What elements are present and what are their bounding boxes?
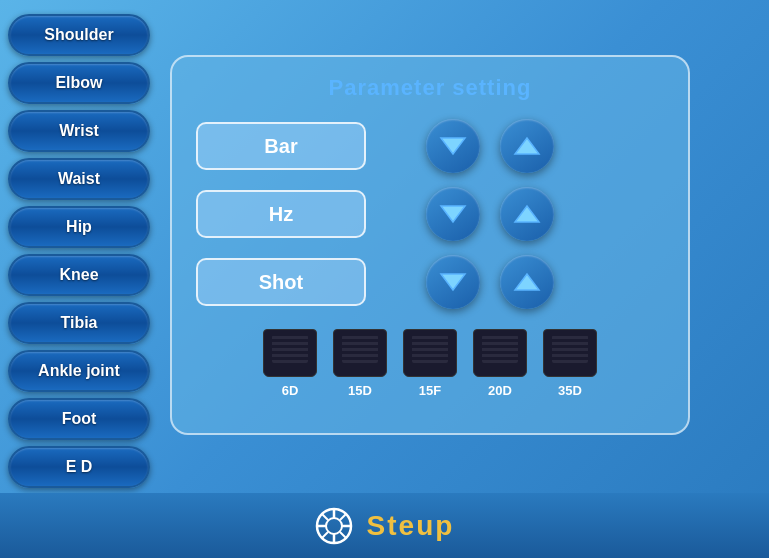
- param-row-shot: Shot: [196, 255, 664, 309]
- param-row-hz: Hz: [196, 187, 664, 241]
- sidebar-btn-wrist[interactable]: Wrist: [8, 110, 150, 152]
- applicator-6d[interactable]: 6D: [263, 329, 317, 398]
- bar-decrease-button[interactable]: [426, 119, 480, 173]
- sidebar-btn-foot[interactable]: Foot: [8, 398, 150, 440]
- sidebar-btn-ed[interactable]: E D: [8, 446, 150, 488]
- svg-line-12: [321, 513, 328, 520]
- applicator-label-15d: 15D: [348, 383, 372, 398]
- bar-increase-button[interactable]: [500, 119, 554, 173]
- param-row-bar: Bar: [196, 119, 664, 173]
- hz-increase-button[interactable]: [500, 187, 554, 241]
- steup-label: Steup: [367, 510, 455, 542]
- svg-line-15: [321, 532, 328, 539]
- triangle-down-icon: [439, 200, 467, 228]
- bottom-bar: Steup: [0, 493, 769, 558]
- shot-controls: [426, 255, 554, 309]
- svg-marker-1: [515, 138, 539, 154]
- applicator-icon-35d: [543, 329, 597, 377]
- sidebar-btn-shoulder[interactable]: Shoulder: [8, 14, 150, 56]
- applicator-label-6d: 6D: [282, 383, 299, 398]
- applicator-icon-15d: [333, 329, 387, 377]
- sidebar-btn-elbow[interactable]: Elbow: [8, 62, 150, 104]
- applicator-35d[interactable]: 35D: [543, 329, 597, 398]
- svg-line-13: [340, 532, 347, 539]
- hz-input[interactable]: Hz: [196, 190, 366, 238]
- svg-marker-5: [515, 274, 539, 290]
- applicators: 6D 15D 15F 20D 35D: [196, 329, 664, 398]
- triangle-up-icon: [513, 200, 541, 228]
- hz-decrease-button[interactable]: [426, 187, 480, 241]
- triangle-down-icon: [439, 268, 467, 296]
- applicator-icon-6d: [263, 329, 317, 377]
- shot-decrease-button[interactable]: [426, 255, 480, 309]
- triangle-down-icon: [439, 132, 467, 160]
- triangle-up-icon: [513, 268, 541, 296]
- svg-marker-2: [441, 206, 465, 222]
- sidebar-btn-ankle-joint[interactable]: Ankle joint: [8, 350, 150, 392]
- applicator-15d[interactable]: 15D: [333, 329, 387, 398]
- triangle-up-icon: [513, 132, 541, 160]
- applicator-icon-15f: [403, 329, 457, 377]
- svg-point-7: [326, 518, 342, 534]
- svg-line-14: [340, 513, 347, 520]
- panel-title: Parameter setting: [196, 75, 664, 101]
- sidebar: ShoulderElbowWristWaistHipKneeTibiaAnkle…: [0, 10, 158, 492]
- applicator-label-15f: 15F: [419, 383, 441, 398]
- svg-marker-0: [441, 138, 465, 154]
- svg-marker-3: [515, 206, 539, 222]
- sidebar-btn-waist[interactable]: Waist: [8, 158, 150, 200]
- param-rows: Bar Hz: [196, 119, 664, 309]
- sidebar-btn-tibia[interactable]: Tibia: [8, 302, 150, 344]
- applicator-20d[interactable]: 20D: [473, 329, 527, 398]
- applicator-15f[interactable]: 15F: [403, 329, 457, 398]
- hz-controls: [426, 187, 554, 241]
- bar-input[interactable]: Bar: [196, 122, 366, 170]
- sidebar-btn-hip[interactable]: Hip: [8, 206, 150, 248]
- shot-increase-button[interactable]: [500, 255, 554, 309]
- applicator-icon-20d: [473, 329, 527, 377]
- bar-controls: [426, 119, 554, 173]
- applicator-label-35d: 35D: [558, 383, 582, 398]
- shot-input[interactable]: Shot: [196, 258, 366, 306]
- steup-icon: [315, 507, 353, 545]
- main-panel: Parameter setting Bar: [170, 55, 690, 435]
- svg-marker-4: [441, 274, 465, 290]
- applicator-label-20d: 20D: [488, 383, 512, 398]
- sidebar-btn-knee[interactable]: Knee: [8, 254, 150, 296]
